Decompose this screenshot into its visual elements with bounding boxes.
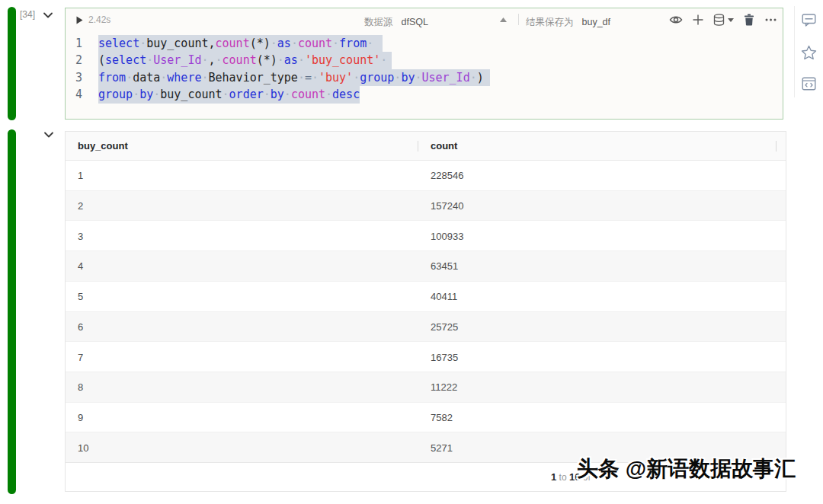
cell-count: 11222: [431, 381, 457, 393]
plus-icon[interactable]: [693, 14, 703, 25]
table-row[interactable]: 463451: [66, 251, 786, 282]
datasource-label: 数据源: [364, 17, 393, 27]
play-icon: [76, 16, 83, 24]
cell-count: 157240: [431, 200, 463, 212]
run-button[interactable]: 2.42s: [76, 14, 110, 25]
cell-count: 228546: [431, 170, 463, 181]
column-header-buy-count[interactable]: buy_count: [78, 140, 128, 152]
cell-buy-count: 1: [78, 170, 83, 181]
save-value: buy_df: [582, 17, 611, 27]
execution-count: [34]: [20, 9, 35, 20]
chevron-down-icon[interactable]: [42, 9, 54, 21]
database-icon: [713, 14, 725, 26]
table-header: buy_count count: [66, 132, 786, 161]
cell-count: 5271: [431, 442, 453, 453]
more-icon[interactable]: [764, 14, 777, 25]
table-row[interactable]: 716735: [66, 342, 786, 372]
trash-icon[interactable]: [744, 14, 754, 26]
cell-buy-count: 9: [78, 411, 83, 423]
cell-actions: [669, 14, 777, 26]
result-table: buy_count count 122854621572403100933463…: [65, 131, 786, 492]
line-number: 1: [70, 35, 82, 52]
table-row[interactable]: 2157240: [66, 191, 786, 222]
cell-toolbar: 2.42s 数据源dfSQL 结果保存为buy_df: [66, 8, 783, 31]
cell-buy-count: 3: [78, 230, 83, 241]
line-number: 2: [70, 52, 82, 69]
column-header-count[interactable]: count: [431, 140, 457, 152]
code-line[interactable]: 2(select·User_Id·,·count(*)·as·'buy_coun…: [66, 52, 783, 69]
sql-cell: 2.42s 数据源dfSQL 结果保存为buy_df: [65, 8, 783, 120]
table-row[interactable]: 540411: [66, 282, 786, 312]
column-divider[interactable]: [776, 141, 777, 152]
cell-gutter-bar[interactable]: [8, 7, 16, 120]
toolbar-divider: [518, 14, 519, 25]
table-row[interactable]: 625725: [66, 312, 786, 343]
caret-down-icon: [728, 18, 734, 22]
table-row[interactable]: 97582: [66, 403, 786, 433]
table-body: 1228546215724031009334634515404116257257…: [66, 161, 786, 462]
selected-code: from·data·where·Behavior_type·=·'buy'·gr…: [98, 69, 490, 86]
result-gutter-bar[interactable]: [8, 129, 16, 494]
code-window-icon[interactable]: [802, 77, 816, 91]
eye-icon[interactable]: [669, 14, 683, 26]
table-row[interactable]: 1228546: [66, 161, 786, 191]
comment-icon[interactable]: [802, 13, 816, 27]
code-line[interactable]: 1select·buy_count,count(*)·as·count·from…: [66, 35, 783, 52]
cell-buy-count: 2: [78, 200, 83, 212]
cell-count: 100933: [431, 230, 463, 241]
cell-side-toolbar: [794, 6, 823, 97]
cell-buy-count: 4: [78, 260, 83, 272]
code-line[interactable]: 4group·by·buy_count·order·by·count·desc: [66, 86, 783, 103]
notebook-canvas: [34] 2.42s 数据源dfSQL 结果保存为buy_df: [0, 0, 823, 504]
cell-count: 40411: [431, 291, 457, 302]
chevron-down-icon[interactable]: [43, 129, 55, 141]
cell-buy-count: 10: [78, 442, 88, 453]
page-range-to: to: [559, 472, 567, 483]
cell-count: 63451: [431, 260, 458, 272]
cell-buy-count: 6: [78, 321, 83, 332]
star-icon[interactable]: [801, 45, 817, 60]
datasource-dropdown[interactable]: [713, 14, 734, 26]
cell-count: 7582: [431, 411, 453, 423]
selected-code: group·by·buy_count·order·by·count·desc: [98, 86, 360, 103]
cell-count: 16735: [431, 351, 458, 362]
line-number: 3: [70, 69, 82, 86]
cell-buy-count: 8: [78, 381, 83, 393]
page-range-start: 1: [551, 471, 556, 483]
selected-code: select·buy_count,count(*)·as·count·from·: [98, 35, 383, 52]
column-divider[interactable]: [418, 141, 418, 152]
datasource-value: dfSQL: [402, 17, 428, 27]
collapse-up-icon[interactable]: [500, 18, 507, 22]
run-duration: 2.42s: [88, 14, 110, 25]
table-row[interactable]: 811222: [66, 372, 786, 403]
table-row[interactable]: 3100933: [66, 221, 786, 251]
save-result-field[interactable]: 结果保存为buy_df: [526, 14, 610, 29]
watermark: 头条 @新语数据故事汇: [577, 455, 796, 483]
cell-count: 25725: [431, 321, 458, 332]
line-number: 4: [70, 86, 82, 103]
save-label: 结果保存为: [526, 17, 574, 27]
cell-buy-count: 5: [78, 291, 83, 302]
sql-editor[interactable]: 1select·buy_count,count(*)·as·count·from…: [66, 35, 783, 104]
datasource-selector[interactable]: 数据源dfSQL: [364, 14, 428, 29]
code-line[interactable]: 3from·data·where·Behavior_type·=·'buy'·g…: [66, 69, 783, 86]
selected-code: (select·User_Id·,·count(*)·as·'buy_count…: [98, 52, 392, 69]
cell-buy-count: 7: [78, 351, 83, 362]
